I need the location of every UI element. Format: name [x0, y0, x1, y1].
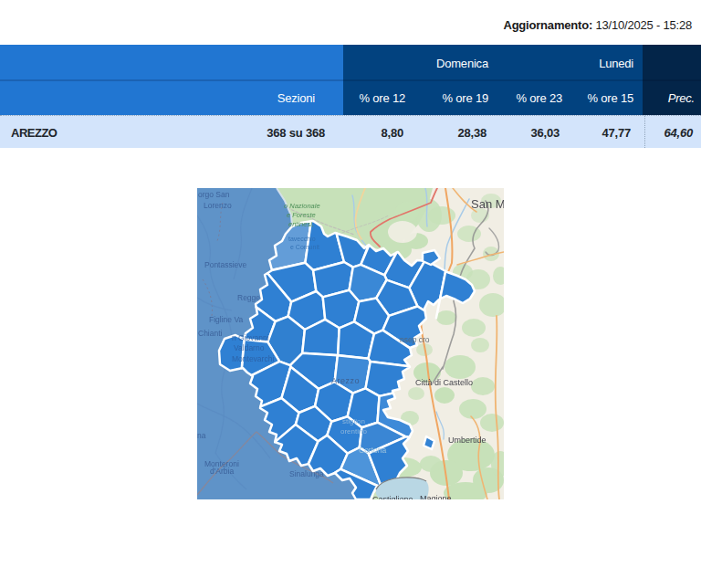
- svg-text:na: na: [197, 431, 206, 440]
- svg-text:Chianti: Chianti: [198, 329, 223, 338]
- svg-text:o Nazionale: o Nazionale: [284, 202, 320, 210]
- svg-text:Arezzo: Arezzo: [331, 376, 360, 385]
- svg-text:tavecchio: tavecchio: [288, 236, 316, 242]
- svg-text:Valdarno: Valdarno: [234, 343, 265, 352]
- svg-text:nsep cro: nsep cro: [400, 335, 430, 344]
- svg-text:Pontassieve: Pontassieve: [204, 260, 247, 269]
- svg-text:Lorenzo: Lorenzo: [204, 201, 232, 210]
- svg-text:Umbertide: Umbertide: [448, 436, 487, 445]
- svg-text:Figline Va: Figline Va: [209, 315, 243, 324]
- svg-text:Montevarchi: Montevarchi: [232, 354, 274, 363]
- svg-text:e Foreste: e Foreste: [287, 211, 316, 219]
- svg-text:entinesi,: entinesi,: [288, 220, 314, 228]
- svg-text:orgo San: orgo San: [198, 190, 230, 199]
- svg-text:orentino: orentino: [340, 427, 367, 436]
- svg-text:n Giovanni: n Giovanni: [232, 333, 269, 342]
- svg-text:Città di Castello: Città di Castello: [415, 378, 473, 387]
- svg-text:Magione: Magione: [420, 494, 452, 499]
- svg-text:San M: San M: [471, 197, 504, 211]
- svg-text:Castiglione: Castiglione: [372, 495, 413, 499]
- svg-text:stiglion: stiglion: [342, 417, 365, 425]
- svg-text:e Comunit: e Comunit: [290, 244, 319, 250]
- svg-text:Cortona: Cortona: [359, 446, 387, 455]
- svg-text:Sinalunga: Sinalunga: [289, 469, 324, 478]
- svg-text:d'Arbia: d'Arbia: [210, 467, 234, 476]
